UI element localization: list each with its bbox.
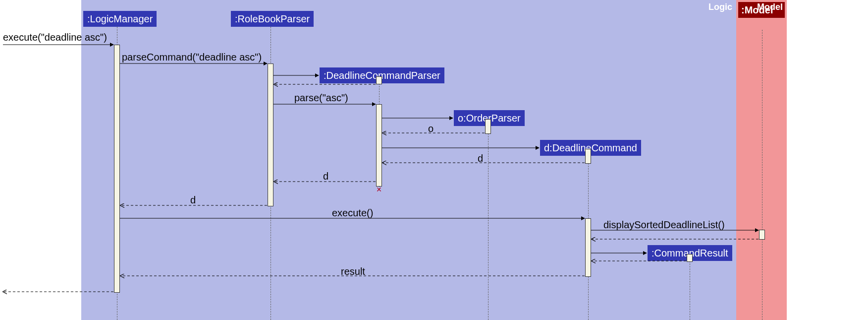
msg-execute-in: execute("deadline asc")	[3, 32, 107, 43]
sequence-diagram: Logic :Model Model :LogicManager :RoleBo…	[0, 0, 868, 320]
lifeline-order-parser	[488, 126, 488, 320]
lifeline-command-result	[690, 261, 690, 320]
msg-result: result	[341, 266, 365, 277]
msg-return-d2: d	[323, 171, 328, 182]
frame-logic-title: Logic	[708, 2, 732, 12]
head-rolebook-parser: :RoleBookParser	[231, 11, 314, 27]
msg-execute: execute()	[332, 207, 373, 219]
activation-deadline-cmd-2	[585, 218, 591, 277]
frame-model: :Model Model	[736, 0, 787, 320]
head-logic-manager: :LogicManager	[83, 11, 157, 27]
msg-parse-asc: parse("asc")	[294, 92, 348, 104]
activation-dcp-2	[376, 104, 382, 187]
msg-return-o: o	[428, 123, 434, 134]
msg-return-d1: d	[478, 153, 483, 164]
activation-model	[759, 230, 765, 240]
msg-return-d3: d	[190, 194, 196, 206]
activation-deadline-cmd-1	[585, 149, 591, 164]
activation-dcp-1	[376, 76, 382, 84]
frame-logic: Logic	[81, 0, 736, 320]
frame-model-label: Model	[757, 2, 783, 12]
msg-parse-command: parseCommand("deadline asc")	[122, 52, 262, 63]
activation-order-parser	[485, 119, 491, 134]
msg-display-sorted: displaySortedDeadlineList()	[603, 219, 725, 231]
activation-logic-manager	[114, 45, 120, 293]
destroy-icon: ×	[375, 186, 383, 193]
activation-command-result	[687, 254, 693, 262]
lifeline-model	[762, 30, 762, 320]
activation-rolebook-parser	[268, 64, 273, 206]
